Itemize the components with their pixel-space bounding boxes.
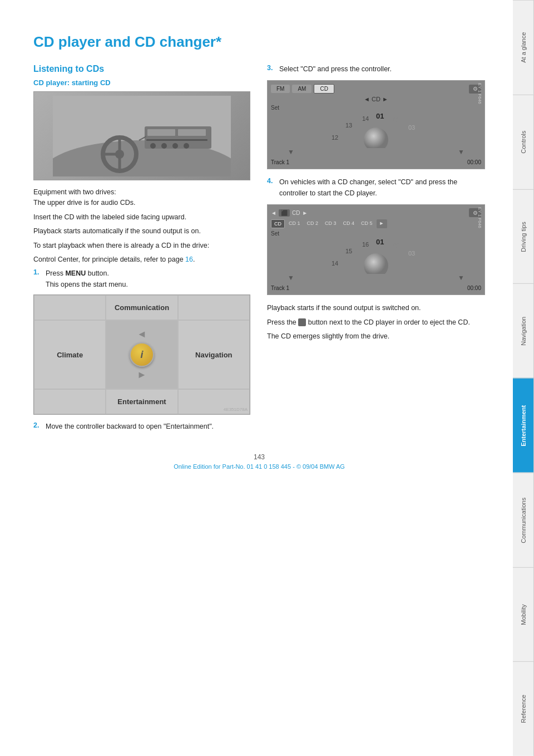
- ui-track-label-1: Track 1: [271, 159, 289, 165]
- ui-arrows-2: ▼ ▼: [271, 274, 481, 282]
- step-4-number: 4.: [267, 177, 276, 199]
- page-link[interactable]: 16: [185, 256, 193, 263]
- left-column: Listening to CDs CD player: starting CD: [33, 64, 250, 436]
- section-heading-listening: Listening to CDs: [33, 64, 250, 74]
- ui-track-label-2: Track 1: [271, 285, 289, 291]
- menu-cell-bot-left: [34, 389, 106, 414]
- menu-cell-entertainment: Entertainment: [106, 389, 177, 414]
- sidebar-tab-at-a-glance[interactable]: At a glance: [513, 0, 534, 95]
- ui-dial-area-1: 12 13 14 01 02 03: [271, 112, 481, 148]
- svg-text:03: 03: [408, 250, 415, 257]
- step-2: 2. Move the controller backward to open …: [33, 421, 250, 432]
- body-text-1: Equipment with two drives:The upper driv…: [33, 187, 250, 209]
- svg-text:01: 01: [376, 112, 384, 120]
- ui-tab-am: AM: [292, 85, 312, 93]
- ui-top-bar-2: ◄ ⬛ CD ► ⚙: [271, 208, 481, 217]
- ui-dial-area-2: 14 15 16 01 02 03: [271, 238, 481, 274]
- svg-text:12: 12: [332, 134, 338, 141]
- step-1-text: Press MENU button. This opens the start …: [46, 268, 250, 290]
- menu-cell-navigation: Navigation: [178, 320, 250, 389]
- ui-time-label-2: 00:00: [467, 285, 481, 291]
- menu-cell-communication: Communication: [106, 295, 177, 320]
- step-1-number: 1.: [33, 268, 42, 290]
- playback-text-3: The CD emerges slightly from the drive.: [267, 331, 485, 342]
- ui-screen-1: FM AM CD ⚙ ◄ CD ► Set 12: [268, 81, 484, 169]
- ui-set-label-1: Set: [271, 105, 481, 111]
- menu-cell-top-left: [34, 295, 106, 320]
- ui-time-label-1: 00:00: [467, 159, 481, 165]
- sidebar-tab-mobility[interactable]: Mobility: [513, 567, 534, 662]
- menu-cell-climate: Climate: [34, 320, 106, 389]
- step-4-text: On vehicles with a CD changer, select "C…: [279, 177, 485, 199]
- svg-point-13: [172, 143, 178, 149]
- svg-text:15: 15: [345, 248, 352, 254]
- page-number: 143: [33, 453, 485, 461]
- main-content: CD player and CD changer* Listening to C…: [0, 0, 513, 503]
- ui-cd-btn-next: ►: [377, 219, 387, 228]
- ui-screen-2-box: ◄ ⬛ CD ► ⚙ CD CD 1 CD 2 CD 3 CD 4: [267, 204, 485, 295]
- svg-point-14: [184, 143, 189, 149]
- ui-cd-btn-active: CD: [271, 219, 285, 228]
- ui-tab-bar-1: FM AM CD ⚙: [271, 84, 481, 94]
- menu-grid: Communication Climate ◄ i ► Navigation E…: [34, 295, 250, 414]
- sidebar-tab-driving-tips[interactable]: Driving tips: [513, 189, 534, 284]
- ui-screen-2: ◄ ⬛ CD ► ⚙ CD CD 1 CD 2 CD 3 CD 4: [268, 205, 484, 294]
- svg-rect-10: [146, 139, 207, 141]
- svg-text:02: 02: [393, 242, 399, 249]
- svg-point-29: [364, 253, 388, 274]
- ui-cd-btn-3: CD 3: [322, 219, 339, 228]
- sub-heading-cd-player: CD player: starting CD: [33, 78, 250, 87]
- sidebar-tab-entertainment[interactable]: Entertainment: [513, 378, 534, 473]
- body-text-2: Insert the CD with the labeled side faci…: [33, 212, 250, 223]
- menu-screen-image: Communication Climate ◄ i ► Navigation E…: [33, 294, 250, 415]
- menu-cell-center: ◄ i ►: [106, 320, 177, 389]
- two-column-layout: Listening to CDs CD player: starting CD: [33, 64, 485, 436]
- right-column: 3. Select "CD" and press the controller.…: [267, 64, 485, 436]
- screen-vert-label-2: EY 1 F646: [477, 207, 482, 228]
- svg-text:13: 13: [345, 122, 352, 129]
- ui-cd-buttons: CD CD 1 CD 2 CD 3 CD 4 CD 5 ►: [271, 219, 481, 228]
- page-footer: Online Edition for Part-No. 01 41 0 158 …: [33, 463, 485, 470]
- svg-rect-8: [147, 129, 175, 136]
- step-3-text: Select "CD" and press the controller.: [279, 64, 485, 75]
- eject-button-icon: [298, 318, 306, 326]
- ui-tab-cd: CD: [314, 84, 334, 94]
- ui-set-label-2: Set: [271, 230, 481, 237]
- sidebar-tab-communications[interactable]: Communications: [513, 473, 534, 567]
- screen-id-1: 4E351D78A: [224, 407, 248, 412]
- svg-text:01: 01: [376, 238, 384, 246]
- sidebar-tab-navigation[interactable]: Navigation: [513, 283, 534, 378]
- svg-text:14: 14: [362, 115, 369, 122]
- step-2-number: 2.: [33, 421, 42, 432]
- body-text-5: Control Center, for principle details, r…: [33, 254, 250, 265]
- step-2-text: Move the controller backward to open "En…: [46, 421, 250, 432]
- ui-track-bar-2: Track 1 00:00: [271, 285, 481, 291]
- car-image-box: [33, 91, 250, 180]
- playback-text-1: Playback starts if the sound output is s…: [267, 303, 485, 313]
- body-text-3: Playback starts automatically if the sou…: [33, 226, 250, 237]
- body-text-4: To start playback when there is already …: [33, 240, 250, 251]
- step-3: 3. Select "CD" and press the controller.: [267, 64, 485, 75]
- step-1: 1. Press MENU button. This opens the sta…: [33, 268, 250, 290]
- sidebar-tab-controls[interactable]: Controls: [513, 95, 534, 189]
- car-image: [34, 91, 250, 180]
- ui-cd-btn-4: CD 4: [340, 219, 358, 228]
- svg-point-11: [150, 143, 156, 149]
- step-3-number: 3.: [267, 64, 276, 75]
- ui-cd-indicator: ◄ CD ►: [271, 96, 481, 102]
- sidebar: At a glance Controls Driving tips Naviga…: [513, 0, 534, 756]
- menu-cell-top-right: [178, 295, 250, 320]
- page-title: CD player and CD changer*: [33, 33, 485, 51]
- ui-arrows-1: ▼ ▼: [271, 148, 481, 156]
- ui-cd-btn-2: CD 2: [304, 219, 322, 228]
- svg-rect-9: [178, 129, 206, 136]
- svg-text:02: 02: [393, 116, 399, 123]
- ui-cd-btn-5: CD 5: [358, 219, 375, 228]
- menu-center-icon: i: [130, 342, 154, 367]
- ui-track-bar-1: Track 1 00:00: [271, 159, 481, 165]
- sidebar-tab-reference[interactable]: Reference: [513, 661, 534, 756]
- svg-text:16: 16: [362, 241, 369, 248]
- ui-cd-btn-1: CD 1: [286, 219, 303, 228]
- playback-text-2: Press the button next to the CD player i…: [267, 317, 485, 328]
- svg-point-22: [364, 127, 388, 148]
